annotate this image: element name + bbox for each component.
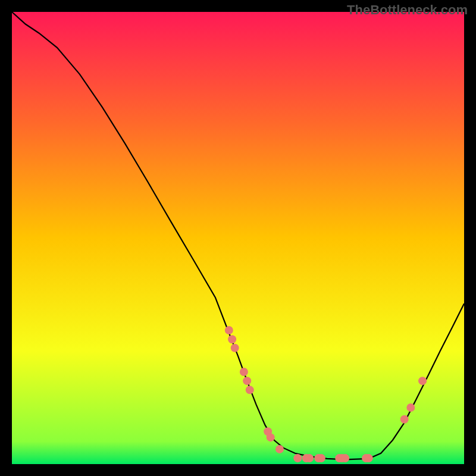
data-marker — [243, 377, 251, 385]
data-marker — [293, 454, 302, 462]
data-marker — [275, 445, 284, 453]
data-marker — [225, 326, 233, 334]
data-marker — [341, 454, 349, 462]
data-marker — [240, 368, 248, 376]
data-marker — [267, 433, 275, 441]
data-marker — [231, 344, 239, 352]
data-marker — [228, 335, 236, 343]
data-marker — [406, 403, 415, 412]
watermark-text: TheBottleneck.com — [347, 2, 468, 18]
data-marker — [317, 454, 325, 462]
chart-background — [12, 12, 464, 464]
data-marker — [418, 377, 427, 385]
chart-svg — [12, 12, 464, 464]
data-marker — [305, 454, 314, 462]
data-marker — [400, 415, 409, 424]
data-marker — [365, 454, 373, 462]
data-marker — [246, 386, 254, 394]
chart-plot-area — [12, 12, 464, 464]
